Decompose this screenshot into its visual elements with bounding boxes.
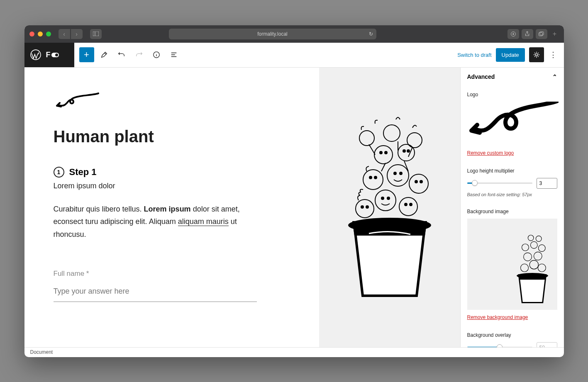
info-button[interactable] (149, 47, 164, 62)
svg-point-25 (415, 180, 417, 183)
settings-sidebar: Advanced ⌃ Logo Remove custom logo Logo … (460, 68, 564, 347)
breadcrumb-bar: Document (24, 347, 564, 357)
svg-point-14 (387, 197, 390, 200)
add-block-button[interactable]: + (79, 47, 94, 62)
svg-point-41 (534, 252, 542, 260)
svg-point-16 (405, 203, 407, 206)
svg-point-17 (410, 203, 412, 206)
svg-point-18 (363, 170, 383, 190)
step-subtitle[interactable]: Lorem ipsum dolor (54, 182, 290, 190)
url-text: formality.local (257, 31, 287, 37)
outline-button[interactable] (166, 47, 181, 62)
advanced-panel-header[interactable]: Advanced ⌃ (467, 73, 557, 80)
svg-point-7 (535, 54, 537, 56)
edit-mode-button[interactable] (97, 47, 112, 62)
step-number-badge: 1 (54, 167, 64, 178)
bg-image-thumbnail[interactable] (467, 219, 557, 310)
svg-point-40 (523, 253, 532, 261)
svg-point-33 (359, 131, 374, 146)
undo-button[interactable] (114, 47, 129, 62)
svg-point-28 (380, 151, 382, 154)
form-title[interactable]: Human plant (54, 127, 290, 146)
svg-point-20 (374, 176, 377, 179)
form-preview: Human plant 1 Step 1 Lorem ipsum dolor C… (24, 68, 319, 347)
remove-logo-link[interactable]: Remove custom logo (467, 150, 514, 156)
svg-rect-4 (540, 32, 544, 35)
svg-point-10 (361, 206, 364, 208)
step-title[interactable]: Step 1 (69, 167, 97, 178)
svg-point-24 (409, 174, 428, 193)
maximize-window-button[interactable] (46, 32, 51, 36)
sidebar-toggle-button[interactable] (90, 29, 102, 39)
svg-point-15 (399, 197, 417, 216)
svg-point-22 (394, 172, 396, 175)
svg-point-23 (400, 172, 402, 175)
tabs-button[interactable] (536, 29, 547, 39)
switch-to-draft-link[interactable]: Switch to draft (457, 52, 491, 58)
svg-point-31 (403, 150, 405, 152)
formality-logo[interactable]: F (46, 51, 59, 59)
svg-point-42 (522, 244, 529, 251)
svg-point-43 (530, 241, 537, 248)
svg-point-19 (369, 176, 372, 179)
back-button[interactable]: ‹ (59, 29, 70, 39)
svg-point-26 (420, 180, 422, 183)
wordpress-logo-icon[interactable] (30, 49, 41, 60)
redo-button[interactable] (132, 47, 146, 62)
close-window-button[interactable] (29, 32, 34, 36)
remove-bg-link[interactable]: Remove background image (467, 314, 528, 320)
logo-area: F (24, 43, 74, 68)
svg-point-29 (385, 151, 387, 154)
traffic-lights (29, 32, 51, 36)
svg-point-34 (383, 125, 400, 141)
chevron-up-icon: ⌃ (552, 73, 557, 80)
reload-icon[interactable]: ↻ (369, 31, 373, 37)
svg-point-21 (387, 165, 409, 186)
svg-rect-3 (539, 33, 543, 36)
svg-point-46 (536, 236, 542, 241)
browser-chrome: ‹ › formality.local ↻ + (24, 25, 564, 43)
full-name-input[interactable] (54, 284, 257, 302)
downloads-button[interactable] (507, 29, 519, 39)
logo-height-hint: Based on font-size setting: 57px (467, 192, 557, 197)
bg-overlay-label: Background overlay (467, 332, 557, 338)
update-button[interactable]: Update (496, 48, 525, 62)
step-description[interactable]: Curabitur quis libero tellus. Lorem ipsu… (54, 203, 257, 241)
svg-point-37 (520, 264, 528, 272)
bg-image-label: Background image (467, 209, 557, 214)
svg-point-27 (374, 146, 393, 164)
svg-point-35 (407, 133, 422, 148)
svg-point-13 (381, 197, 384, 200)
logo-height-input[interactable] (537, 178, 557, 189)
svg-point-39 (538, 264, 546, 272)
svg-point-11 (366, 206, 368, 208)
svg-point-45 (528, 235, 534, 241)
share-button[interactable] (522, 29, 533, 39)
logo-label: Logo (467, 92, 557, 97)
logo-height-slider[interactable] (467, 182, 532, 184)
svg-point-9 (356, 200, 374, 218)
minimize-window-button[interactable] (38, 32, 43, 36)
background-preview-panel (319, 68, 460, 347)
bg-overlay-input[interactable] (537, 342, 557, 347)
form-logo (54, 92, 290, 115)
svg-rect-0 (93, 32, 99, 36)
editor-toolbar: F + Switch (24, 43, 564, 68)
svg-point-38 (529, 260, 538, 269)
logo-height-label: Logo height multiplier (467, 168, 557, 174)
svg-point-12 (375, 190, 396, 211)
forward-button[interactable]: › (71, 29, 83, 39)
logo-preview[interactable] (467, 102, 557, 145)
bg-overlay-slider[interactable] (467, 347, 532, 347)
new-tab-button[interactable]: + (551, 30, 559, 38)
settings-button[interactable] (529, 47, 544, 62)
url-bar[interactable]: formality.local ↻ (169, 29, 376, 39)
breadcrumb[interactable]: Document (30, 349, 53, 355)
svg-point-32 (407, 150, 410, 152)
field-label[interactable]: Full name * (54, 270, 290, 278)
more-options-button[interactable]: ⋮ (548, 50, 558, 59)
plant-illustration (336, 97, 444, 304)
svg-point-44 (538, 244, 545, 251)
